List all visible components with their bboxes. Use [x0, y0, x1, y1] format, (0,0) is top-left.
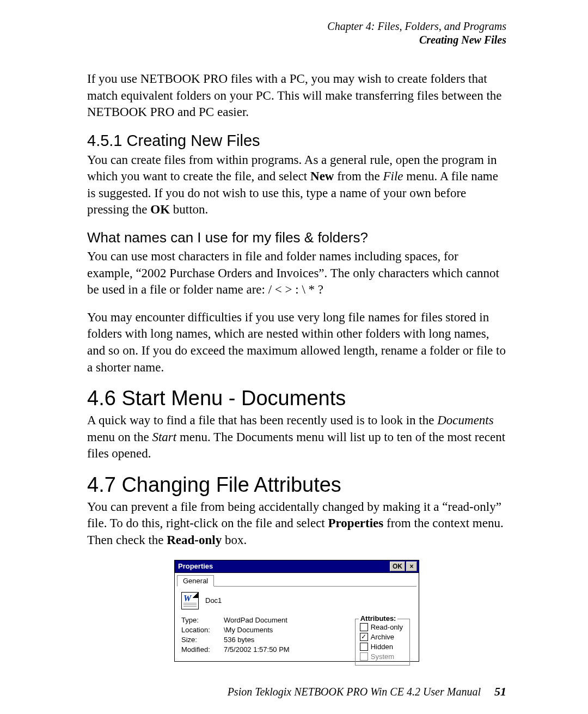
close-button[interactable]: ×	[406, 562, 417, 571]
heading-filenames-question: What names can I use for my files & fold…	[87, 229, 506, 246]
para-4-5-1: You can create files from within program…	[87, 152, 506, 218]
label-readonly: Read-only	[371, 623, 403, 632]
text: button.	[170, 203, 208, 216]
checkbox-readonly-row[interactable]: Read-only	[360, 623, 403, 632]
label-modified: Modified:	[181, 645, 224, 654]
attributes-group: Attributes: Read-only ✓ Archive Hidden S…	[355, 619, 410, 666]
heading-4-5-1: 4.5.1 Creating New Files	[87, 132, 506, 150]
text: menu on the	[87, 430, 152, 444]
checkbox-archive-row[interactable]: ✓ Archive	[360, 632, 403, 642]
running-head-section: Creating New Files	[87, 34, 506, 46]
page-number: 51	[494, 685, 506, 699]
dialog-title-text: Properties	[178, 562, 213, 570]
heading-4-6: 4.6 Start Menu - Documents	[87, 387, 506, 410]
checkbox-system-row: System	[360, 652, 403, 662]
checkbox-archive[interactable]: ✓	[360, 633, 368, 641]
text-documents: Documents	[437, 413, 493, 427]
text: from the	[334, 169, 383, 183]
checkbox-hidden-row[interactable]: Hidden	[360, 642, 403, 652]
label-type: Type:	[181, 616, 224, 624]
para-4-7: You can prevent a file from being accide…	[87, 499, 506, 549]
text-file: File	[383, 169, 403, 183]
text: box.	[222, 533, 247, 547]
file-header-row: W Doc1	[181, 592, 412, 609]
tab-general[interactable]: General	[177, 575, 214, 587]
label-archive: Archive	[371, 632, 394, 642]
para-names-1: You can use most characters in file and …	[87, 248, 506, 298]
heading-4-7: 4.7 Changing File Attributes	[87, 473, 506, 497]
checkbox-hidden[interactable]	[360, 643, 368, 651]
running-head-chapter: Chapter 4: Files, Folders, and Programs	[87, 19, 506, 34]
text-ok: OK	[150, 203, 170, 216]
para-names-2: You may encounter difficulties if you us…	[87, 309, 506, 376]
label-location: Location:	[181, 626, 224, 634]
footer-text: Psion Teklogix NETBOOK PRO Win CE 4.2 Us…	[228, 686, 481, 698]
text-readonly: Read-only	[167, 533, 222, 547]
ok-button[interactable]: OK	[390, 562, 405, 571]
attributes-legend: Attributes:	[359, 614, 398, 623]
dialog-titlebar[interactable]: Properties OK ×	[174, 560, 419, 573]
checkbox-system	[360, 652, 368, 661]
checkbox-readonly[interactable]	[360, 623, 368, 631]
intro-paragraph: If you use NETBOOK PRO files with a PC, …	[87, 71, 506, 121]
label-size: Size:	[181, 636, 224, 644]
text-start: Start	[152, 430, 176, 444]
label-system: System	[371, 652, 394, 662]
document-icon: W	[181, 592, 199, 609]
page-footer: Psion Teklogix NETBOOK PRO Win CE 4.2 Us…	[87, 685, 506, 699]
dialog-body: General W Doc1 Type: WordPad Document Lo…	[174, 573, 419, 662]
properties-dialog: Properties OK × General W Doc1 Type: Wor…	[174, 560, 419, 662]
filename-text: Doc1	[205, 596, 222, 605]
text-new: New	[310, 169, 334, 183]
para-4-6: A quick way to find a file that has been…	[87, 412, 506, 462]
text-properties: Properties	[328, 516, 384, 530]
text: A quick way to find a file that has been…	[87, 413, 437, 427]
page: Chapter 4: Files, Folders, and Programs …	[0, 0, 588, 714]
label-hidden: Hidden	[371, 642, 393, 652]
